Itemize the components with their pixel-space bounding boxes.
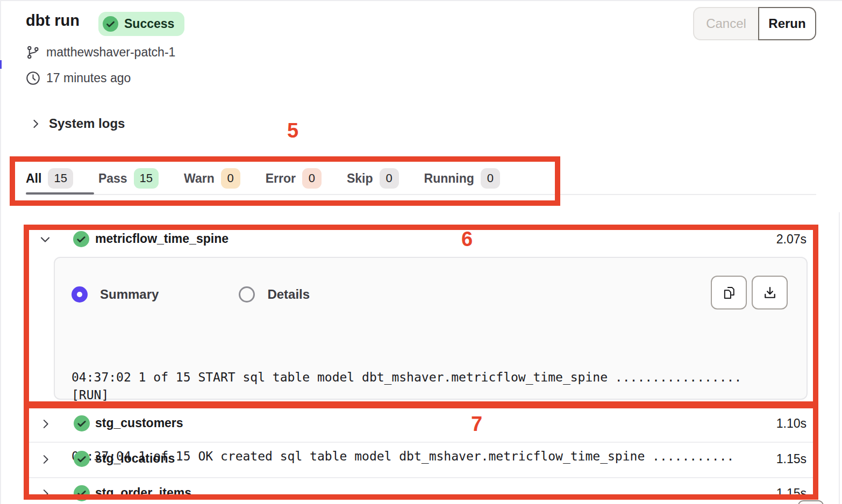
table-row-name[interactable]: stg_order_items <box>95 486 191 500</box>
status-badge-label: Success <box>124 17 174 31</box>
summary-radio[interactable] <box>72 286 88 303</box>
table-row-duration: 1.15s <box>699 486 807 501</box>
time-ago-label: 17 minutes ago <box>46 71 131 85</box>
log-entry: 04:37:02 1 of 15 START sql table model d… <box>72 369 770 404</box>
system-logs-label: System logs <box>49 116 125 131</box>
download-icon <box>762 285 777 300</box>
table-row-name[interactable]: stg_locations <box>95 451 175 466</box>
run-actions: Cancel Rerun <box>693 7 816 40</box>
status-tabs: All 15 Pass 15 Warn 0 Error 0 Skip 0 Run… <box>26 164 500 193</box>
tabs-bottom-border <box>26 194 816 195</box>
clock-icon <box>26 71 40 85</box>
rerun-button[interactable]: Rerun <box>758 7 816 40</box>
tab-all-count: 15 <box>48 168 73 189</box>
copy-icon <box>722 285 737 300</box>
log-entry: 04:37:04 1 of 15 OK created sql table mo… <box>72 448 770 465</box>
chevron-right-icon[interactable] <box>40 488 53 501</box>
copy-log-button[interactable] <box>711 276 747 309</box>
floating-widget-partial[interactable] <box>798 500 824 504</box>
sidebar-active-indicator <box>0 60 2 69</box>
table-row-duration: 1.15s <box>699 452 807 466</box>
chevron-down-icon[interactable] <box>39 233 52 246</box>
cancel-button[interactable]: Cancel <box>693 7 758 40</box>
git-branch-icon <box>26 45 40 60</box>
left-edge-divider <box>0 0 1 504</box>
tab-pass-count: 15 <box>134 168 159 189</box>
model-success-icon <box>74 451 90 467</box>
model-success-icon <box>73 231 89 247</box>
model-success-icon <box>74 485 90 501</box>
status-badge: Success <box>98 12 184 36</box>
tab-skip-count: 0 <box>380 168 399 189</box>
chevron-right-icon <box>30 118 41 129</box>
page-title: dbt run <box>26 12 80 30</box>
details-radio[interactable] <box>239 286 255 303</box>
row-divider <box>26 442 816 443</box>
chevron-right-icon[interactable] <box>40 453 53 466</box>
tab-skip[interactable]: Skip 0 <box>347 168 399 189</box>
dbt-run-page: dbt run Success Cancel Rerun matthewshav… <box>0 0 842 504</box>
branch-row: matthewshaver-patch-1 <box>26 45 175 60</box>
chevron-right-icon[interactable] <box>40 418 53 431</box>
system-logs-toggle[interactable]: System logs <box>30 116 125 131</box>
top-divider <box>0 0 842 1</box>
tab-running-count: 0 <box>481 168 500 189</box>
tab-all[interactable]: All 15 <box>26 168 73 189</box>
tab-warn-count: 0 <box>221 168 240 189</box>
log-view-radios: Summary Details <box>72 286 310 303</box>
branch-name: matthewshaver-patch-1 <box>46 45 175 60</box>
annotation-number-7: 7 <box>471 413 482 436</box>
tab-error-count: 0 <box>302 168 322 189</box>
right-edge-divider <box>839 212 840 504</box>
download-log-button[interactable] <box>752 276 788 309</box>
tab-warn[interactable]: Warn 0 <box>184 168 240 189</box>
summary-radio-label[interactable]: Summary <box>100 287 159 302</box>
annotation-number-6: 6 <box>461 228 473 251</box>
tab-error[interactable]: Error 0 <box>266 168 322 189</box>
success-check-icon <box>103 16 118 32</box>
time-row: 17 minutes ago <box>26 71 131 85</box>
tab-pass[interactable]: Pass 15 <box>98 168 159 189</box>
row-divider <box>26 477 816 478</box>
tab-running[interactable]: Running 0 <box>424 168 500 189</box>
model-success-icon <box>74 415 90 431</box>
annotation-number-5: 5 <box>287 119 298 142</box>
model-duration: 2.07s <box>699 232 807 247</box>
details-radio-label[interactable]: Details <box>267 287 310 302</box>
table-row-name[interactable]: stg_customers <box>95 416 183 430</box>
table-row-duration: 1.10s <box>699 416 807 431</box>
model-name[interactable]: metricflow_time_spine <box>95 232 229 246</box>
